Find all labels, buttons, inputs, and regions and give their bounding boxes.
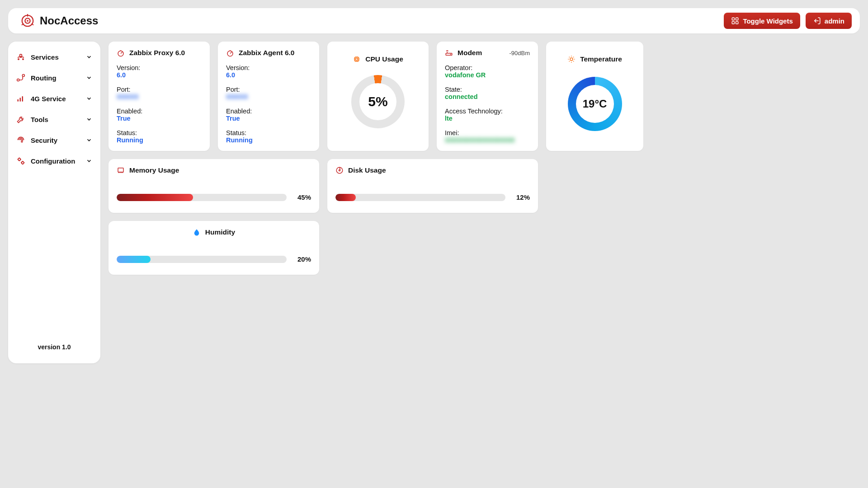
value: Running [226,136,311,144]
label: Port: [226,86,311,93]
disk-progress-bar [335,194,505,201]
wrench-icon [16,115,25,124]
droplet-icon [193,228,201,236]
fingerprint-icon [16,136,25,145]
svg-rect-17 [20,98,21,101]
toggle-widgets-label: Toggle Widgets [743,17,793,25]
gauge-icon [117,49,125,57]
sidebar-item-label: Security [31,136,57,144]
zabbix-proxy-card: Zabbix Proxy 6.0 Version:6.0 Port:XXXXX … [108,42,210,151]
chevron-down-icon [86,95,92,102]
main: Services Routing [8,42,860,363]
label: Version: [226,64,311,71]
disk-progress-fill [335,194,356,201]
services-icon [16,52,25,61]
svg-rect-8 [732,22,735,24]
chevron-down-icon [86,158,92,164]
memory-usage-card: Memory Usage 45% [108,159,319,213]
value: lte [445,115,530,122]
chevron-down-icon [86,54,92,60]
label: Status: [226,129,311,136]
sidebar-item-label: Services [31,53,59,61]
svg-point-11 [20,54,22,56]
sidebar-item-tools[interactable]: Tools [16,115,92,124]
value: 6.0 [226,71,311,79]
label: Status: [117,129,202,136]
sidebar-item-security[interactable]: Security [16,136,92,145]
memory-progress-bar [117,194,287,201]
zabbix-agent-card: Zabbix Agent 6.0 Version:6.0 Port:XXXXX … [218,42,319,151]
header-actions: Toggle Widgets admin [724,13,852,29]
logo-icon [21,14,34,28]
svg-rect-7 [736,18,738,20]
router-icon [445,49,453,57]
card-title-text: Humidity [205,228,235,236]
gauge-icon [226,49,234,57]
svg-point-12 [18,59,19,60]
svg-point-2 [27,20,28,22]
brand-title: NocAccess [40,14,98,27]
value: Running [117,136,202,144]
svg-rect-9 [736,22,738,24]
humidity-card: Humidity 20% [108,221,319,275]
svg-rect-28 [118,168,123,172]
sidebar-version: version 1.0 [16,343,92,352]
temperature-value: 19°C [568,77,622,131]
header-bar: NocAccess Toggle Widgets admin [8,8,860,33]
value-masked: XXXXX [117,93,138,100]
user-button[interactable]: admin [806,13,852,29]
sidebar-item-routing[interactable]: Routing [16,73,92,82]
value: 6.0 [117,71,202,79]
card-title-text: CPU Usage [365,55,403,63]
disk-percent: 12% [512,193,530,201]
svg-point-30 [339,170,340,171]
dash-row-3: Humidity 20% [108,221,860,275]
value: connected [445,93,530,100]
memory-percent: 45% [293,193,311,201]
svg-point-19 [18,158,20,160]
label: Access Technology: [445,108,530,115]
value: True [226,115,311,122]
svg-rect-16 [18,99,19,102]
humidity-progress-fill [117,256,151,263]
brand: NocAccess [21,14,98,28]
label: Version: [117,64,202,71]
humidity-percent: 20% [293,255,311,263]
modem-signal: -90dBm [509,50,530,56]
label: State: [445,86,530,93]
sidebar-item-label: Tools [31,116,48,123]
modem-card: Modem -90dBm Operator:vodafone GR State:… [437,42,538,151]
label: Port: [117,86,202,93]
memory-progress-fill [117,194,193,201]
svg-point-27 [570,58,573,61]
dashboard: Zabbix Proxy 6.0 Version:6.0 Port:XXXXX … [108,42,860,275]
sidebar-item-label: Configuration [31,157,75,165]
card-title-text: Memory Usage [129,166,179,174]
sidebar-item-configuration[interactable]: Configuration [16,156,92,165]
label: Enabled: [117,108,202,115]
card-title-text: Disk Usage [348,166,386,174]
humidity-progress-bar [117,256,287,263]
card-title-text: Zabbix Proxy 6.0 [129,49,185,57]
cpu-value: 5% [351,75,405,128]
memory-icon [117,166,125,174]
sidebar-item-services[interactable]: Services [16,52,92,61]
label: Imei: [445,129,530,136]
value: vodafone GR [445,71,530,79]
chevron-down-icon [86,75,92,81]
svg-point-14 [17,79,19,81]
svg-rect-23 [355,57,359,61]
disk-usage-card: Disk Usage 12% [327,159,538,213]
value: True [117,115,202,122]
toggle-widgets-button[interactable]: Toggle Widgets [724,13,800,29]
svg-rect-18 [22,96,24,102]
cpu-usage-card: CPU Usage 5% [327,42,429,151]
value-masked: XXXXX [226,93,248,100]
svg-point-13 [23,59,24,60]
card-title-text: Modem [458,49,482,57]
sidebar-item-4g[interactable]: 4G Service [16,94,92,103]
cpu-icon [353,55,361,63]
label: Operator: [445,64,530,71]
svg-rect-6 [732,18,735,20]
logout-icon [813,17,821,25]
